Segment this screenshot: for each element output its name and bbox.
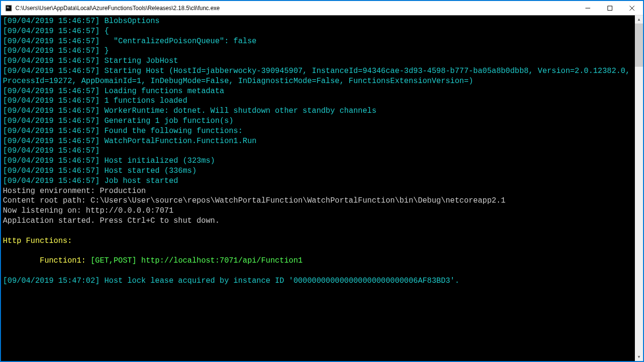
scrollbar[interactable]: ▲ ▼ (635, 15, 643, 361)
app-icon (5, 4, 12, 12)
log-line: [09/04/2019 15:47:02] Host lock lease ac… (3, 276, 633, 286)
svg-rect-4 (608, 6, 612, 10)
close-button[interactable] (621, 1, 643, 15)
log-line: [09/04/2019 15:46:57] (3, 146, 633, 156)
log-line: [09/04/2019 15:46:57] Job host started (3, 176, 633, 186)
log-line: Now listening on: http://0.0.0.0:7071 (3, 206, 633, 216)
log-line: [09/04/2019 15:46:57] WatchPortalFunctio… (3, 136, 633, 146)
http-functions-header: Http Functions: (3, 236, 633, 246)
log-line: Hosting environment: Production (3, 186, 633, 196)
svg-rect-1 (7, 7, 9, 7)
console-window: C:\Users\User\AppData\Local\AzureFunctio… (0, 0, 644, 362)
maximize-button[interactable] (599, 1, 621, 15)
log-line: [09/04/2019 15:46:57] Starting Host (Hos… (3, 66, 633, 86)
log-line: [09/04/2019 15:46:57] 1 functions loaded (3, 96, 633, 106)
log-line: [09/04/2019 15:46:57] "CentralizedPoison… (3, 36, 633, 47)
log-line: [09/04/2019 15:46:57] Starting JobHost (3, 56, 633, 66)
log-line: [09/04/2019 15:46:57] } (3, 46, 633, 56)
log-line: [09/04/2019 15:46:57] BlobsOptions (3, 16, 633, 26)
log-line: [09/04/2019 15:46:57] Host started (336m… (3, 166, 633, 176)
log-line: [09/04/2019 15:46:57] { (3, 26, 633, 36)
log-line: [09/04/2019 15:46:57] Host initialized (… (3, 156, 633, 166)
log-line: [09/04/2019 15:46:57] Loading functions … (3, 86, 633, 97)
log-line: [09/04/2019 15:46:57] WorkerRuntime: dot… (3, 106, 633, 116)
scroll-thumb[interactable] (635, 24, 643, 67)
log-line: [09/04/2019 15:46:57] Found the followin… (3, 126, 633, 136)
titlebar[interactable]: C:\Users\User\AppData\Local\AzureFunctio… (1, 1, 643, 15)
window-title: C:\Users\User\AppData\Local\AzureFunctio… (15, 5, 577, 12)
scroll-track[interactable] (635, 24, 643, 353)
minimize-button[interactable] (577, 1, 599, 15)
svg-rect-2 (7, 8, 10, 8)
log-line: Application started. Press Ctrl+C to shu… (3, 216, 633, 226)
console-area: [09/04/2019 15:46:57] BlobsOptions[09/04… (1, 15, 643, 361)
window-controls (577, 1, 643, 15)
function-endpoint: Function1: [GET,POST] http://localhost:7… (3, 256, 633, 266)
log-line: Content root path: C:\Users\User\source\… (3, 196, 633, 206)
log-line: [09/04/2019 15:46:57] Generating 1 job f… (3, 116, 633, 126)
scroll-down-button[interactable]: ▼ (635, 353, 643, 361)
console-output[interactable]: [09/04/2019 15:46:57] BlobsOptions[09/04… (1, 15, 635, 361)
scroll-up-button[interactable]: ▲ (635, 15, 643, 24)
